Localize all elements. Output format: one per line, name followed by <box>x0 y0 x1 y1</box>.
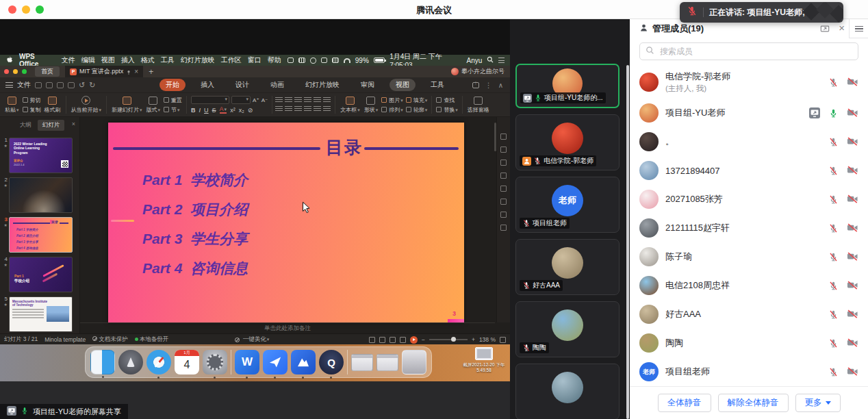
collapse-ribbon-icon[interactable]: ∧ <box>498 81 503 89</box>
member-row[interactable]: 13721894407 <box>630 156 868 185</box>
paragraph-tool-icon[interactable] <box>314 97 321 103</box>
find-button[interactable]: 查找 <box>436 97 458 104</box>
video-tile[interactable]: 项目组-YU老师的... <box>515 64 620 108</box>
beautify-button[interactable]: 一键美化 <box>235 335 270 344</box>
menubar-item[interactable]: 窗口 <box>248 55 261 65</box>
member-controls[interactable] <box>828 77 858 88</box>
italic-button[interactable]: I <box>199 107 201 114</box>
ribbon-tab-开始[interactable]: 开始 <box>159 79 186 91</box>
menubar-item[interactable]: 帮助 <box>268 55 281 65</box>
play-from-current-button[interactable]: 从当前开始 <box>69 96 104 114</box>
dock-icon-wps[interactable]: W <box>235 350 259 374</box>
arrange-button[interactable]: 排列 <box>381 106 403 114</box>
wps-home-tab[interactable]: 首页 <box>35 66 60 77</box>
slide-thumbnail[interactable]: Part 1学校介绍 <box>9 257 73 292</box>
screen-share-banner[interactable]: 项目组-YU老师的屏幕共享 <box>0 404 128 419</box>
ribbon-tab-审阅[interactable]: 审阅 <box>355 79 381 91</box>
protect-status[interactable]: 文档未保护 <box>92 335 128 344</box>
menubar-item[interactable]: 工具 <box>161 55 175 65</box>
side-rail-tool-icon[interactable] <box>500 147 507 153</box>
display-icon[interactable] <box>321 58 328 63</box>
member-controls[interactable] <box>828 223 858 233</box>
member-search-box[interactable] <box>639 42 858 60</box>
airplay-icon[interactable] <box>288 58 294 63</box>
font-family-select[interactable] <box>191 96 229 104</box>
subscript-button[interactable]: x₂ <box>239 107 244 114</box>
paragraph-tool-icon[interactable] <box>285 106 292 112</box>
underline-button[interactable]: U <box>204 107 209 114</box>
video-strip-scrollbar[interactable] <box>626 65 629 419</box>
copy-button[interactable]: 复制 <box>23 106 41 114</box>
new-tab-button[interactable]: + <box>149 68 153 76</box>
normal-view-icon[interactable] <box>369 337 375 343</box>
paragraph-tool-icon[interactable] <box>294 97 302 103</box>
more-menu-icon[interactable]: ⋮ <box>485 81 492 89</box>
paragraph-tool-icon[interactable] <box>285 97 292 103</box>
undo-icon[interactable]: ↺ <box>79 81 85 89</box>
slide-thumbnail-row[interactable]: 5★Massachusetts Institute of Technology <box>1 296 78 332</box>
print-icon[interactable] <box>57 82 64 88</box>
zoom-level[interactable]: 138 % <box>479 336 496 343</box>
more-button[interactable]: 更多 <box>795 394 841 412</box>
mute-all-button[interactable]: 全体静音 <box>658 394 711 412</box>
wps-account[interactable]: 攀小卉之曲尔号 <box>451 67 505 76</box>
grid-icon[interactable] <box>332 58 339 63</box>
selection-pane-button[interactable]: 选择窗格 <box>465 97 492 114</box>
clear-format-button[interactable]: ⊘ <box>248 107 253 114</box>
notes-placeholder[interactable]: 单击此处添加备注 <box>80 322 495 333</box>
font-size-select[interactable] <box>231 96 251 104</box>
member-controls[interactable] <box>809 107 858 118</box>
fit-window-icon[interactable] <box>500 337 506 343</box>
member-search-input[interactable] <box>659 46 852 57</box>
superscript-button[interactable]: x² <box>230 107 235 114</box>
outline-tab[interactable]: 大纲 <box>15 120 36 131</box>
zoom-out-icon[interactable]: − <box>422 336 425 343</box>
shield-icon[interactable] <box>310 58 316 64</box>
wps-document-tab[interactable]: MIT 宣讲会.pptx × <box>65 66 143 77</box>
backup-status[interactable]: 本地备份开 <box>135 335 169 344</box>
slideshow-play-icon[interactable] <box>410 336 418 344</box>
side-rail-tool-icon[interactable] <box>500 199 507 205</box>
slide-thumbnail-row[interactable]: 2★ <box>1 177 78 213</box>
member-row[interactable]: 。 <box>630 127 868 156</box>
slide-thumbnail[interactable] <box>9 177 73 213</box>
strikethrough-button[interactable]: S <box>212 107 216 114</box>
dock-icon-settings[interactable] <box>203 350 227 374</box>
replace-button[interactable]: 替换 <box>436 106 458 114</box>
member-row[interactable]: 老师项目组老师 <box>630 357 868 386</box>
member-controls[interactable] <box>828 281 858 291</box>
dock-icon-lark[interactable] <box>263 350 288 374</box>
paragraph-tool-icon[interactable] <box>275 97 283 103</box>
layout-button[interactable]: 版式 <box>144 97 163 114</box>
member-row[interactable]: 电信2108周忠祥 <box>630 271 868 300</box>
slide-thumbnail[interactable]: Massachusetts Institute of Technology <box>9 296 73 332</box>
ribbon-tab-设计[interactable]: 设计 <box>229 79 255 91</box>
tab-close-icon[interactable]: × <box>134 68 138 75</box>
video-tile[interactable]: 好古AAA <box>515 239 620 295</box>
member-controls[interactable] <box>828 309 858 320</box>
side-rail-tool-icon[interactable] <box>500 173 507 179</box>
paste-button[interactable]: 粘贴 <box>3 97 21 114</box>
paragraph-tool-icon[interactable] <box>294 106 302 112</box>
slide-canvas[interactable]: 目录 Part 1 学校简介Part 2 项目介绍Part 3 学生分享Part… <box>108 123 464 322</box>
video-tile[interactable] <box>515 364 620 419</box>
member-controls[interactable] <box>828 252 858 262</box>
wps-zoom-light[interactable] <box>22 69 27 74</box>
ribbon-tab-幻灯片放映[interactable]: 幻灯片放映 <box>299 79 346 91</box>
hamburger-icon[interactable] <box>5 82 13 88</box>
wps-min-light[interactable] <box>13 69 18 74</box>
paragraph-tool-icon[interactable] <box>323 97 331 103</box>
video-tile[interactable]: 陶陶 <box>515 301 620 357</box>
control-center-icon[interactable] <box>498 58 505 63</box>
new-slide-button[interactable]: 新建幻灯片 <box>110 97 144 114</box>
grow-font-icon[interactable]: A⁺ <box>253 97 259 103</box>
menubar-item[interactable]: 文件 <box>62 55 75 65</box>
side-rail-tool-icon[interactable] <box>500 212 507 218</box>
zoom-slider[interactable] <box>429 339 468 340</box>
paragraph-tool-icon[interactable] <box>314 106 321 112</box>
output-icon[interactable] <box>46 82 53 88</box>
paragraph-tool-icon[interactable] <box>323 106 331 112</box>
dock-icon-meeting[interactable] <box>291 350 316 374</box>
ribbon-tab-视图[interactable]: 视图 <box>390 79 416 91</box>
slide-title[interactable]: 目录 <box>326 136 363 159</box>
